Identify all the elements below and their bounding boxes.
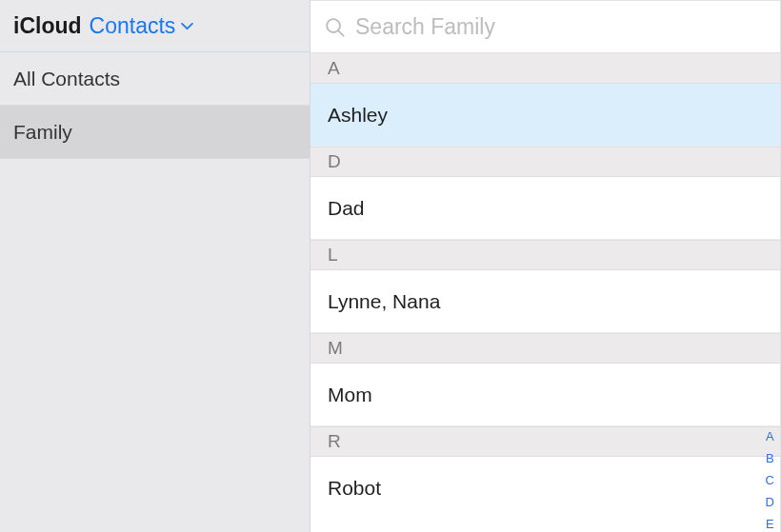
section-header-letter: D xyxy=(328,151,341,172)
group-item-label: All Contacts xyxy=(13,68,120,90)
contact-row[interactable]: Lynne, Nana xyxy=(310,270,780,333)
contact-row[interactable]: Mom xyxy=(310,364,780,426)
alpha-index-item[interactable]: E xyxy=(766,518,774,530)
contacts-dropdown-label: Contacts xyxy=(90,13,176,39)
search-bar xyxy=(310,1,780,53)
alpha-index-item[interactable]: A xyxy=(766,430,774,443)
group-item-label: Family xyxy=(13,121,72,144)
search-icon xyxy=(324,16,346,38)
section-header: A xyxy=(310,53,780,84)
contact-name: Ashley xyxy=(328,104,388,127)
contact-name: Robot xyxy=(328,477,381,500)
section-header: L xyxy=(310,240,780,270)
alpha-index-item[interactable]: C xyxy=(766,474,774,486)
section-header-letter: A xyxy=(328,58,340,79)
group-item-family[interactable]: Family xyxy=(0,106,310,159)
section-header: D xyxy=(310,147,780,177)
search-input[interactable] xyxy=(355,14,767,40)
alpha-index-item[interactable]: D xyxy=(766,496,774,508)
contacts-dropdown[interactable]: Contacts xyxy=(90,13,194,39)
alpha-index: ABCDE xyxy=(766,430,774,532)
section-header-letter: L xyxy=(328,245,338,266)
sidebar: iCloud Contacts All ContactsFamily xyxy=(0,0,310,532)
sidebar-header: iCloud Contacts xyxy=(0,0,310,52)
contact-name: Mom xyxy=(328,384,372,406)
main-panel: AAshleyDDadLLynne, NanaMMomRRobot ABCDE xyxy=(310,0,781,532)
contact-name: Lynne, Nana xyxy=(328,290,440,313)
contact-row[interactable]: Ashley xyxy=(310,84,780,147)
alpha-index-item[interactable]: B xyxy=(766,452,774,464)
svg-line-1 xyxy=(338,30,343,35)
chevron-down-icon xyxy=(181,22,193,30)
group-item-all-contacts[interactable]: All Contacts xyxy=(0,52,310,106)
section-header-letter: R xyxy=(328,431,341,452)
section-header: M xyxy=(310,333,780,364)
section-header: R xyxy=(310,426,780,457)
contact-name: Dad xyxy=(328,197,365,220)
app-title: iCloud xyxy=(13,13,82,39)
contact-row[interactable]: Robot xyxy=(310,457,780,520)
contact-list: AAshleyDDadLLynne, NanaMMomRRobot xyxy=(310,53,780,532)
contact-row[interactable]: Dad xyxy=(310,177,780,240)
group-list: All ContactsFamily xyxy=(0,52,310,159)
section-header-letter: M xyxy=(328,338,343,359)
